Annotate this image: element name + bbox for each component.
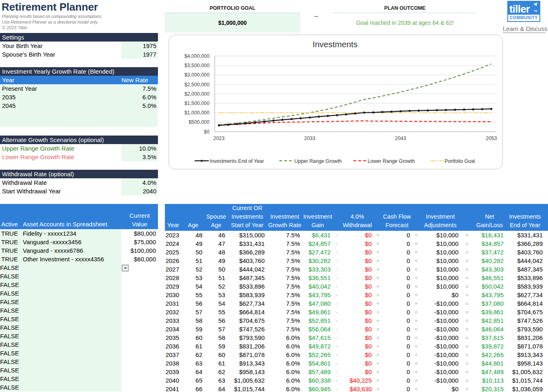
svg-text:Upper Range Growth: Upper Range Growth — [294, 158, 342, 164]
svg-text:$4,000,000: $4,000,000 — [184, 53, 210, 59]
svg-text:$3,500,000: $3,500,000 — [184, 63, 210, 68]
svg-text:$2,500,000: $2,500,000 — [184, 82, 210, 88]
svg-text:2023: 2023 — [213, 136, 225, 141]
svg-text:2033: 2033 — [304, 136, 316, 141]
svg-text:Investments End of Year: Investments End of Year — [210, 158, 264, 164]
svg-text:Portfolio Goal: Portfolio Goal — [445, 158, 475, 164]
svg-text:$1,500,000: $1,500,000 — [184, 101, 210, 106]
svg-text:Lower Range Growth: Lower Range Growth — [368, 158, 415, 164]
svg-text:$0: $0 — [204, 129, 210, 135]
svg-text:tiller: tiller — [509, 3, 530, 15]
svg-text:2043: 2043 — [395, 136, 406, 141]
svg-text:$3,000,000: $3,000,000 — [184, 72, 210, 78]
svg-text:Investments: Investments — [313, 39, 358, 49]
svg-text:2053: 2053 — [486, 136, 497, 141]
svg-text:$500,000: $500,000 — [189, 119, 209, 125]
svg-text:$1,000,000: $1,000,000 — [184, 110, 210, 116]
svg-text:$2,000,000: $2,000,000 — [184, 91, 210, 97]
svg-text:TM: TM — [534, 10, 537, 12]
